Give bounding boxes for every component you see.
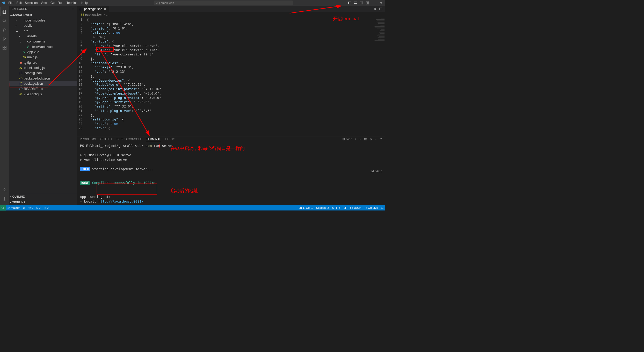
- remote-indicator[interactable]: [0, 205, 6, 211]
- activity-settings-icon[interactable]: [0, 195, 9, 204]
- tree-file[interactable]: { }jsconfig.json: [9, 70, 77, 76]
- menu-terminal[interactable]: Terminal: [65, 1, 80, 5]
- activity-account-icon[interactable]: [0, 185, 9, 195]
- local-url-link[interactable]: http://localhost:8081/: [98, 199, 143, 203]
- tree-item-label: public: [24, 24, 32, 27]
- terminal-content[interactable]: PS E:\html_project\j-small-web> npm run …: [77, 142, 385, 205]
- window-restore-icon[interactable]: [379, 1, 382, 5]
- js-icon: JS: [23, 56, 26, 59]
- minimap[interactable]: [374, 17, 385, 136]
- split-editor-icon[interactable]: [379, 8, 382, 11]
- run-icon[interactable]: [374, 8, 377, 11]
- activity-debug-icon[interactable]: [0, 34, 9, 43]
- panel-tab-terminal[interactable]: TERMINAL: [146, 137, 161, 142]
- close-icon[interactable]: ✕: [104, 7, 106, 11]
- vue-icon: V: [23, 50, 26, 54]
- search-text: j-small-web: [159, 1, 174, 4]
- tree-file[interactable]: JSvue.config.js: [9, 91, 77, 97]
- go-live[interactable]: Go Live: [363, 206, 380, 210]
- layout-sidebar-right-icon[interactable]: [359, 1, 364, 5]
- outline-section[interactable]: › OUTLINE: [9, 194, 77, 200]
- panel-more-icon[interactable]: ···: [375, 138, 377, 141]
- tree-file[interactable]: JSmain.js: [9, 55, 77, 60]
- nav-forward-icon[interactable]: →: [149, 1, 152, 5]
- tree-file[interactable]: VApp.vue: [9, 49, 77, 55]
- menu-run[interactable]: Run: [56, 1, 65, 5]
- tree-folder[interactable]: ›public: [9, 23, 77, 28]
- tree-item-label: vue.config.js: [24, 92, 42, 96]
- tree-item-label: babel.config.js: [24, 66, 45, 70]
- activity-explorer-icon[interactable]: [0, 7, 9, 16]
- menu-help[interactable]: Help: [80, 1, 89, 5]
- breadcrumbs[interactable]: { } package.json › ...: [77, 12, 385, 17]
- maximize-panel-icon[interactable]: ⌃: [380, 138, 382, 141]
- js-icon: JS: [19, 93, 23, 96]
- terminal-dropdown-icon[interactable]: ⌄: [359, 138, 361, 141]
- tree-file[interactable]: { }package-lock.json: [9, 76, 77, 81]
- tab-package-json[interactable]: { } package.json ✕: [77, 6, 109, 12]
- indentation[interactable]: Spaces: 2: [314, 206, 330, 210]
- command-center[interactable]: j-small-web: [154, 1, 293, 5]
- git-branch[interactable]: master: [6, 205, 21, 211]
- code-content[interactable]: { "name": "j-small-web", "version": "0.1…: [87, 17, 374, 136]
- chevron-icon: ›: [19, 34, 21, 38]
- tree-item-label: src: [24, 29, 28, 33]
- tree-item-label: App.vue: [27, 50, 39, 54]
- network-url-link[interactable]: http://10.22.18.125:8081/: [103, 204, 154, 205]
- new-terminal-icon[interactable]: +: [355, 138, 356, 141]
- split-terminal-icon[interactable]: [364, 138, 367, 141]
- notifications-icon[interactable]: [380, 206, 385, 209]
- encoding[interactable]: UTF-8: [331, 206, 342, 210]
- sync-button[interactable]: [21, 205, 27, 211]
- menu-go[interactable]: Go: [49, 1, 56, 5]
- editor-body[interactable]: 1234 56789101112131415161718192021222324…: [77, 17, 385, 136]
- tree-file[interactable]: ◆.gitignore: [9, 60, 77, 65]
- tree-folder[interactable]: ›assets: [9, 34, 77, 39]
- svg-point-0: [156, 2, 157, 3]
- json-icon: { }: [81, 13, 84, 16]
- svg-rect-11: [367, 3, 368, 4]
- tree-file[interactable]: JSbabel.config.js: [9, 65, 77, 70]
- panel-tab-problems[interactable]: PROBLEMS: [80, 137, 96, 142]
- menu-edit[interactable]: Edit: [15, 1, 24, 5]
- timeline-section[interactable]: › TIMELINE: [9, 199, 77, 205]
- chevron-right-icon: ›: [10, 201, 12, 204]
- project-header[interactable]: ⌄ J-SMALL-WEB: [9, 12, 77, 18]
- problems-indicator[interactable]: 0 0: [27, 205, 42, 211]
- language-mode[interactable]: { } JSON: [349, 206, 363, 210]
- tree-file[interactable]: VHelloWorld.vue: [9, 44, 77, 49]
- eol[interactable]: LF: [342, 206, 349, 210]
- svg-rect-3: [348, 2, 349, 4]
- info-icon: ⓘ: [19, 87, 23, 91]
- explorer-more-icon[interactable]: ···: [72, 7, 75, 11]
- nav-back-icon[interactable]: ←: [143, 1, 147, 5]
- menu-selection[interactable]: Selection: [23, 1, 39, 5]
- bottom-panel: PROBLEMS OUTPUT DEBUG CONSOLE TERMINAL P…: [77, 136, 385, 205]
- kill-terminal-icon[interactable]: [370, 138, 372, 141]
- tree-file[interactable]: ⓘREADME.md: [9, 86, 77, 91]
- activity-search-icon[interactable]: [0, 16, 9, 25]
- tree-folder[interactable]: ›node_modules: [9, 18, 77, 23]
- js-icon: JS: [19, 67, 23, 69]
- tree-folder[interactable]: ⌄src: [9, 28, 77, 33]
- layout-panel-icon[interactable]: [353, 1, 358, 5]
- window-minimize-icon[interactable]: —: [374, 1, 378, 5]
- layout-sidebar-left-icon[interactable]: [348, 1, 352, 5]
- tree-file[interactable]: { }package.json: [9, 81, 77, 86]
- json-icon: { }: [79, 7, 82, 11]
- terminal-shell-label[interactable]: node: [342, 138, 352, 141]
- cursor-position[interactable]: Ln 1, Col 1: [297, 206, 314, 210]
- explorer-title: EXPLORER: [11, 7, 27, 11]
- activity-extensions-icon[interactable]: [0, 43, 9, 52]
- tree-folder[interactable]: ⌄components: [9, 39, 77, 44]
- ports-indicator[interactable]: 0: [42, 205, 50, 211]
- editor-area: { } package.json ✕ { } package.json › ..…: [77, 6, 385, 205]
- panel-tab-ports[interactable]: PORTS: [165, 137, 175, 142]
- activity-scm-icon[interactable]: [0, 25, 9, 34]
- vscode-logo-icon: [1, 1, 5, 5]
- menu-view[interactable]: View: [39, 1, 49, 5]
- layout-customize-icon[interactable]: [365, 1, 370, 5]
- panel-tab-output[interactable]: OUTPUT: [100, 137, 112, 142]
- menu-file[interactable]: File: [7, 1, 15, 5]
- panel-tab-debug[interactable]: DEBUG CONSOLE: [117, 137, 142, 142]
